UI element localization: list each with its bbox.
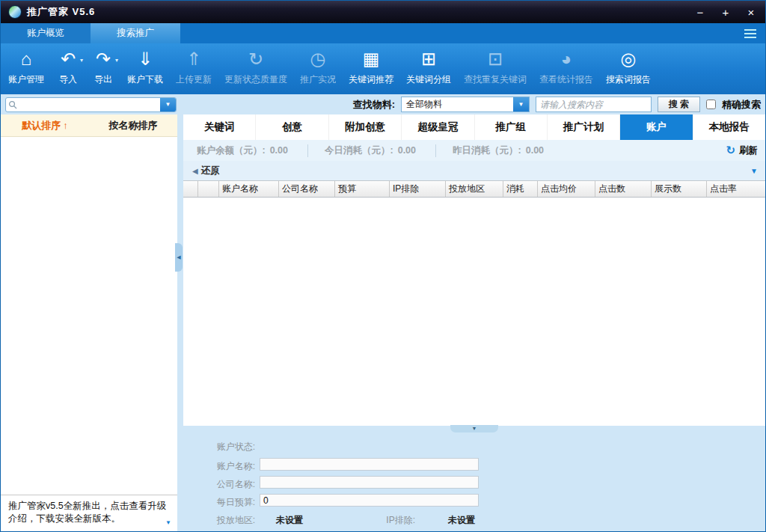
close-button[interactable]: × bbox=[744, 7, 758, 18]
toolbar-update-status-quality[interactable]: ↻ 更新状态质量度 bbox=[224, 49, 287, 94]
export-dropdown-icon[interactable]: ▾ bbox=[115, 50, 118, 71]
tab-account-overview[interactable]: 账户概览 bbox=[1, 23, 91, 43]
search-button[interactable]: 搜 索 bbox=[658, 97, 700, 112]
material-dropdown-icon[interactable]: ▼ bbox=[513, 97, 529, 111]
pie-report-icon: ◕ bbox=[561, 49, 572, 71]
maximize-button[interactable]: + bbox=[719, 7, 732, 18]
tab-extra-creative[interactable]: 附加创意 bbox=[328, 114, 401, 140]
material-filter-group: 查找物料: 全部物料 ▼ 搜 索 精确搜索 bbox=[353, 97, 761, 112]
exact-search-label: 精确搜索 bbox=[722, 98, 761, 111]
find-duplicate-icon: ⊡ bbox=[488, 49, 503, 71]
col-select bbox=[183, 181, 198, 197]
col-budget[interactable]: 预算 bbox=[335, 181, 390, 197]
toolbar-import[interactable]: ↶▾ 导入 bbox=[57, 49, 79, 94]
app-logo-icon bbox=[8, 5, 22, 19]
upgrade-notice[interactable]: 推广管家v5.5全新推出，点击查看升级介绍，下载安装全新版本。 ▼ bbox=[1, 495, 177, 531]
balance-stat: 账户余额（元）:0.00 bbox=[197, 144, 307, 157]
col-clicks[interactable]: 点击数 bbox=[595, 181, 652, 197]
sidebar-sort-tabs: 默认排序 ↑ 按名称排序 bbox=[1, 114, 177, 137]
col-ctr[interactable]: 点击率 bbox=[707, 181, 765, 197]
column-picker-icon[interactable]: ▼ bbox=[750, 167, 758, 175]
toolbar-search-term-report[interactable]: ◎ 搜索词报告 bbox=[606, 49, 651, 94]
region-label: 投放地区: bbox=[195, 514, 255, 527]
sidebar-filter-dropdown-icon[interactable]: ▼ bbox=[160, 98, 176, 111]
material-tabs: 关键词 创意 附加创意 超级皇冠 推广组 推广计划 账户 本地报告 bbox=[183, 114, 765, 140]
tab-promotion-plan[interactable]: 推广计划 bbox=[547, 114, 619, 140]
account-detail-panel: 账户状态: 账户名称: 公司名称: 每日预算: 投放地区: 未设置 IP排除: … bbox=[183, 433, 765, 531]
minimize-button[interactable]: − bbox=[693, 7, 707, 18]
daily-budget-input[interactable] bbox=[260, 494, 479, 507]
ip-exclude-value: 未设置 bbox=[448, 514, 475, 527]
sort-up-icon: ↑ bbox=[63, 120, 68, 131]
material-select[interactable]: 全部物料 ▼ bbox=[401, 97, 530, 112]
account-status-label: 账户状态: bbox=[195, 441, 255, 453]
import-dropdown-icon[interactable]: ▾ bbox=[80, 50, 83, 71]
col-region[interactable]: 投放地区 bbox=[446, 181, 503, 197]
refresh-button[interactable]: ↻ 刷新 bbox=[726, 144, 758, 157]
col-avg-click-price[interactable]: 点击均价 bbox=[538, 181, 595, 197]
menu-icon[interactable] bbox=[744, 29, 756, 38]
company-name-input[interactable] bbox=[260, 476, 479, 489]
daily-budget-label: 每日预算: bbox=[195, 496, 255, 509]
col-ip-exclude[interactable]: IP排除 bbox=[390, 181, 446, 197]
upload-icon: ⇑ bbox=[186, 49, 201, 71]
yesterday-cost-stat: 昨日消耗（元）:0.00 bbox=[435, 144, 563, 157]
company-name-label: 公司名称: bbox=[195, 478, 255, 491]
panel-collapse-strip: ▼ bbox=[183, 426, 765, 433]
account-name-input[interactable] bbox=[260, 458, 479, 471]
tab-promotion-group[interactable]: 推广组 bbox=[474, 114, 547, 140]
window-controls: − + × bbox=[693, 7, 758, 18]
ip-exclude-label: IP排除: bbox=[363, 514, 415, 527]
sidebar-filter-input[interactable] bbox=[19, 100, 160, 110]
restore-bar: ◀ 还原 ▼ bbox=[183, 161, 765, 180]
account-tree bbox=[1, 137, 177, 495]
tab-account[interactable]: 账户 bbox=[619, 114, 692, 140]
find-material-label: 查找物料: bbox=[353, 98, 395, 111]
clock-icon: ◷ bbox=[310, 49, 326, 71]
import-icon: ↶▾ bbox=[61, 49, 76, 71]
toolbar-upload-update[interactable]: ⇑ 上传更新 bbox=[176, 49, 212, 94]
download-icon: ⇓ bbox=[138, 49, 153, 71]
sidebar-collapse-handle[interactable]: ◀ bbox=[175, 243, 183, 272]
toolbar-keyword-recommend[interactable]: ▦ 关键词推荐 bbox=[349, 49, 393, 94]
exact-search-checkbox[interactable] bbox=[706, 100, 716, 109]
search-input[interactable] bbox=[536, 97, 652, 112]
tab-creative[interactable]: 创意 bbox=[255, 114, 328, 140]
title-bar: 推广管家 V5.6 − + × bbox=[1, 1, 765, 23]
toolbar-account-management[interactable]: ⌂ 账户管理 bbox=[8, 49, 44, 94]
chart-icon: ▦ bbox=[363, 49, 380, 71]
sort-default-tab[interactable]: 默认排序 ↑ bbox=[1, 114, 89, 136]
col-company-name[interactable]: 公司名称 bbox=[279, 181, 335, 197]
toolbar: ⌂ 账户管理 ↶▾ 导入 ↷▾ 导出 ⇓ 账户下载 ⇑ 上传更新 ↻ 更新状态质… bbox=[1, 43, 765, 94]
toolbar-find-duplicate-keywords[interactable]: ⊡ 查找重复关键词 bbox=[464, 49, 527, 94]
refresh-status-icon: ↻ bbox=[248, 49, 263, 71]
account-name-label: 账户名称: bbox=[195, 460, 255, 473]
toolbar-export[interactable]: ↷▾ 导出 bbox=[92, 49, 114, 94]
tab-keywords[interactable]: 关键词 bbox=[183, 114, 255, 140]
col-cost[interactable]: 消耗 bbox=[503, 181, 538, 197]
toolbar-promotion-live[interactable]: ◷ 推广实况 bbox=[300, 49, 336, 94]
content-area: 默认排序 ↑ 按名称排序 推广管家v5.5全新推出，点击查看升级介绍，下载安装全… bbox=[1, 114, 765, 531]
toolbar-view-statistics-report[interactable]: ◕ 查看统计报告 bbox=[539, 49, 593, 94]
search-icon bbox=[8, 100, 17, 109]
table-body bbox=[183, 198, 765, 426]
sidebar-search-combo: ▼ bbox=[5, 97, 177, 112]
material-select-value: 全部物料 bbox=[402, 98, 513, 111]
tab-local-report[interactable]: 本地报告 bbox=[693, 114, 765, 140]
panel-collapse-handle[interactable]: ▼ bbox=[450, 425, 498, 432]
today-cost-stat: 今日消耗（元）:0.00 bbox=[307, 144, 435, 157]
col-index bbox=[198, 181, 219, 197]
col-account-name[interactable]: 账户名称 bbox=[219, 181, 279, 197]
col-impressions[interactable]: 展示数 bbox=[652, 181, 707, 197]
tab-super-crown[interactable]: 超级皇冠 bbox=[401, 114, 474, 140]
notice-more-icon[interactable]: ▼ bbox=[165, 516, 171, 529]
sort-by-name-tab[interactable]: 按名称排序 bbox=[89, 114, 177, 136]
grid-icon: ⊞ bbox=[421, 49, 436, 71]
window-title: 推广管家 V5.6 bbox=[27, 5, 95, 19]
tab-search-promotion[interactable]: 搜索推广 bbox=[91, 23, 180, 43]
restore-arrow-icon: ◀ bbox=[192, 167, 198, 175]
toolbar-keyword-group[interactable]: ⊞ 关键词分组 bbox=[406, 49, 451, 94]
refresh-icon: ↻ bbox=[726, 144, 735, 157]
toolbar-account-download[interactable]: ⇓ 账户下载 bbox=[127, 49, 163, 94]
restore-button[interactable]: ◀ 还原 bbox=[192, 165, 220, 177]
